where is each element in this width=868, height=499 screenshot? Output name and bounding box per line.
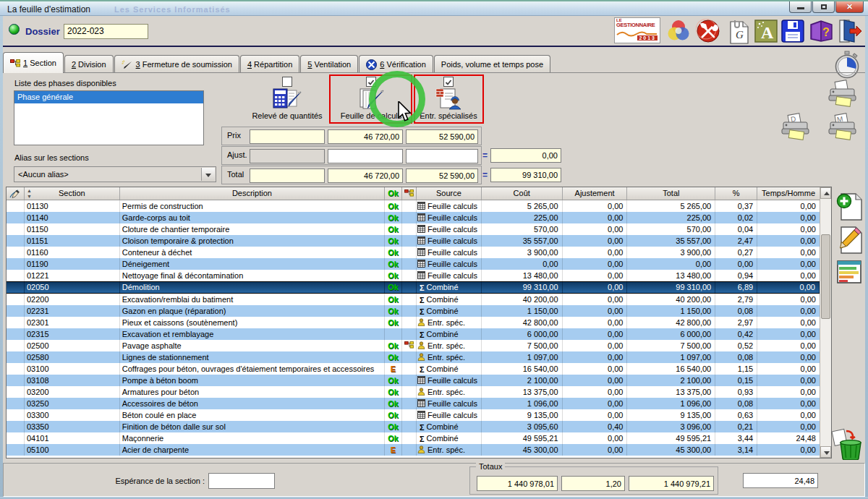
alias-combobox[interactable]: <Aucun alias>: [14, 166, 216, 182]
table-row[interactable]: 03300Béton coulé en placeOkFeuille calcu…: [7, 409, 820, 421]
table-row[interactable]: 01130Permis de constructionOkFeuille cal…: [7, 200, 820, 212]
tab-repartition[interactable]: 4 Répartition: [240, 55, 299, 73]
table-row[interactable]: 02315Excavation et remblayageΣCombiné6 0…: [7, 328, 820, 340]
scroll-down-button[interactable]: [820, 446, 831, 458]
worksheet-button[interactable]: [836, 259, 862, 286]
table-row[interactable]: 02301Pieux et caissons (soutènement)OkEn…: [7, 317, 820, 328]
table-row[interactable]: 02580Lignes de stationnementOkEntr. spéc…: [7, 351, 820, 363]
esperance-input[interactable]: [208, 473, 275, 489]
document-g-icon[interactable]: G: [728, 20, 753, 44]
verify-tools-icon: [366, 59, 377, 70]
table-row[interactable]: 03200Armatures pour bétonOkEntr. spéc.13…: [7, 386, 820, 398]
save-floppy-icon[interactable]: [781, 20, 806, 44]
prix-releve-field[interactable]: [250, 129, 325, 144]
letter-a-icon[interactable]: A: [754, 20, 779, 44]
ajust-entr-field[interactable]: [406, 149, 478, 163]
table-row[interactable]: 03350Finition de béton dalle sur solOkΣC…: [7, 421, 820, 432]
row-org-cell: [402, 351, 417, 363]
tab-division[interactable]: 2 Division: [64, 55, 114, 73]
tab-ventilation[interactable]: 5 Ventilation: [300, 55, 358, 73]
row-section: 02200: [25, 294, 120, 305]
row-cout: 99 310,00: [482, 282, 563, 293]
row-org-cell: [402, 444, 417, 456]
row-cout: 3 900,00: [482, 247, 563, 258]
table-row[interactable]: 02500Pavage asphalteOkEntr. spéc.7 500,0…: [7, 340, 820, 351]
maximize-button[interactable]: [812, 1, 835, 13]
ajust-feuille-field[interactable]: [328, 149, 403, 163]
total-feuille-field[interactable]: 46 720,00: [328, 169, 403, 183]
combo-dropdown-button[interactable]: [201, 168, 215, 181]
table-row[interactable]: 01221Nettoyage final & décontaminationOk…: [7, 270, 820, 281]
header-description[interactable]: Description: [120, 187, 385, 200]
tab-section[interactable]: 1 Section: [3, 52, 64, 73]
minimize-button[interactable]: [789, 1, 812, 13]
row-edit-cell: [7, 247, 25, 258]
prix-feuille-field[interactable]: 46 720,00: [328, 129, 403, 144]
total-entr-field[interactable]: 52 590,00: [406, 169, 478, 183]
header-ok[interactable]: Ok: [385, 187, 402, 200]
help-book-icon[interactable]: ?: [808, 19, 833, 43]
table-row[interactable]: 03108Pompe à béton boomOkFeuille calculs…: [7, 375, 820, 386]
header-total[interactable]: Total: [627, 187, 715, 200]
releve-quantites-button[interactable]: Relevé de quantités: [247, 75, 327, 121]
row-status: Ok: [385, 282, 402, 293]
prix-entr-field[interactable]: 52 590,00: [406, 129, 478, 144]
delete-section-button[interactable]: [832, 428, 864, 461]
table-row[interactable]: 04101MaçonnerieOkΣCombiné49 595,210,0049…: [7, 432, 820, 444]
edit-section-button[interactable]: [835, 226, 863, 256]
phases-listbox[interactable]: Phase générale: [14, 90, 204, 145]
header-pct[interactable]: %: [715, 187, 757, 200]
table-row[interactable]: 01140Garde-corps au toitOkFeuille calcul…: [7, 212, 820, 223]
phase-list-item[interactable]: Phase générale: [14, 91, 203, 103]
header-section[interactable]: ▲▼ Section: [25, 187, 120, 200]
row-ajustement: 0,00: [563, 375, 628, 386]
tab-poids-volume[interactable]: Poids, volume et temps pose: [434, 55, 550, 73]
row-pct: 0,37: [715, 200, 757, 212]
scrollbar-thumb[interactable]: [821, 234, 830, 319]
print-button[interactable]: [827, 80, 859, 113]
scroll-up-button[interactable]: [820, 187, 831, 199]
table-row[interactable]: 05100Acier de charpenteEEntr. spéc.45 30…: [7, 444, 820, 456]
print-detail-button[interactable]: D: [780, 113, 812, 146]
row-cout: 0,00: [482, 258, 563, 270]
header-source[interactable]: Source: [417, 187, 482, 200]
esperance-label: Espérance de la section :: [83, 477, 205, 485]
print-summary-button[interactable]: M: [827, 113, 859, 146]
table-row[interactable]: 01160Conteneur à déchetOkFeuille calculs…: [7, 247, 820, 258]
color-wheel-icon[interactable]: [666, 19, 691, 43]
table-row[interactable]: 01151Cloison temporaire & protectionOkFe…: [7, 235, 820, 247]
vertical-scrollbar[interactable]: [820, 187, 831, 458]
stopwatch-icon[interactable]: [833, 51, 861, 81]
table-row[interactable]: 03100Coffrages pour béton, ouvrages d'ét…: [7, 363, 820, 375]
ajust-releve-field[interactable]: [250, 149, 325, 163]
row-status: Ok: [385, 235, 402, 247]
header-cout[interactable]: Coût: [482, 187, 563, 200]
row-pct: 3,14: [715, 444, 757, 456]
repair-tools-icon[interactable]: [696, 19, 720, 43]
table-row[interactable]: 02200Excavation/remblai du batimentOkΣCo…: [7, 294, 820, 305]
title-bar[interactable]: La feuille d'estimation Les Services Inf…: [0, 0, 868, 16]
gestionnaire-logo[interactable]: LE GESTIONNAIRE 2013: [614, 17, 660, 43]
close-icon: ✕: [836, 2, 863, 12]
close-button[interactable]: ✕: [835, 1, 864, 13]
table-row[interactable]: 02231Gazon en plaque (réparation)OkΣComb…: [7, 305, 820, 317]
table-header[interactable]: ▲▼ Section Description Ok Source Coût Aj…: [7, 187, 820, 200]
alias-value: <Aucun alias>: [18, 170, 69, 179]
row-temps: 0,00: [757, 444, 820, 456]
header-temps[interactable]: Temps/Homme: [757, 187, 820, 200]
add-section-button[interactable]: [835, 192, 863, 223]
row-total: 45 300,00: [627, 444, 715, 456]
total-releve-field[interactable]: [250, 169, 325, 183]
table-row[interactable]: 02050DémolitionOkΣCombiné99 310,000,0099…: [7, 281, 820, 294]
table-row[interactable]: 01150Cloture de chantier temporaireOkFeu…: [7, 223, 820, 235]
dossier-input[interactable]: 2022-023: [64, 24, 148, 39]
tab-fermeture[interactable]: 3 Fermeture de soumission: [114, 55, 239, 73]
header-ajustement[interactable]: Ajustement: [563, 187, 628, 200]
exit-door-icon[interactable]: [837, 19, 861, 43]
row-org-cell: [402, 409, 417, 421]
releve-checkbox[interactable]: [282, 77, 292, 87]
row-org-cell: [402, 363, 417, 375]
header-org[interactable]: [402, 187, 417, 200]
table-row[interactable]: 01190DéneigementOkFeuille calculs0,000,0…: [7, 258, 820, 270]
table-row[interactable]: 03250Accessoires de bétonOkFeuille calcu…: [7, 398, 820, 409]
